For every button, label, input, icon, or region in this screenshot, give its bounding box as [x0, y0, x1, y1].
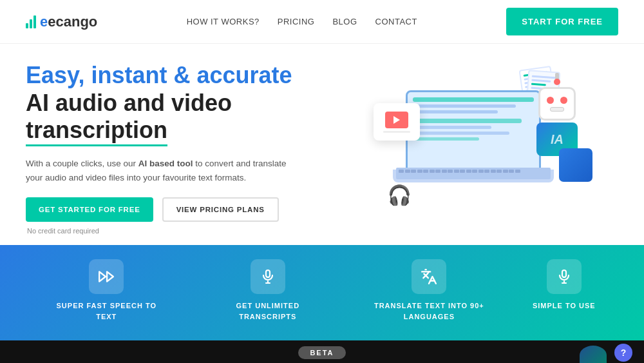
- simple-icon-box: [547, 259, 582, 294]
- translate-icon: [421, 268, 437, 285]
- microphone-icon: [260, 269, 276, 284]
- nav-contact[interactable]: CONTACT: [375, 17, 417, 26]
- feature-transcripts-label: GET UNLIMITED TRANSCRIPTS: [210, 300, 326, 322]
- feature-simple: SIMPLE TO USE: [533, 259, 596, 311]
- svg-marker-1: [99, 272, 106, 282]
- nav-blog[interactable]: BLOG: [332, 17, 357, 26]
- features-band: SUPER FAST SPEECH TO TEXT GET UNLIMITED …: [0, 245, 644, 340]
- translate-icon-box: [412, 259, 446, 294]
- nav-how-it-works[interactable]: HOW IT WORKS?: [187, 17, 260, 26]
- no-credit-card-text: No credit card required: [27, 227, 361, 235]
- beta-badge: BETA: [298, 346, 345, 359]
- feature-transcripts: GET UNLIMITED TRANSCRIPTS: [210, 259, 326, 322]
- nav-pricing[interactable]: PRICING: [278, 17, 315, 26]
- feature-translate-label: TRANSLATE TEXT INTO 90+ LANGUAGES: [371, 300, 487, 322]
- nav-links: HOW IT WORKS? PRICING BLOG CONTACT: [187, 17, 417, 26]
- hero-section: Easy, instant & accurate AI audio and vi…: [0, 44, 644, 245]
- feature-speech-to-text: SUPER FAST SPEECH TO TEXT: [48, 259, 164, 322]
- hero-left: Easy, instant & accurate AI audio and vi…: [26, 62, 361, 235]
- svg-rect-5: [562, 270, 566, 277]
- floating-card: [374, 103, 420, 141]
- help-button[interactable]: ?: [614, 344, 632, 362]
- headphones-icon: 🎧: [388, 184, 412, 206]
- hero-tagline: Easy, instant & accurate: [26, 62, 361, 88]
- view-pricing-button[interactable]: VIEW PRICING PLANS: [162, 197, 279, 222]
- logo[interactable]: eecango: [26, 14, 97, 30]
- svg-rect-2: [266, 270, 270, 277]
- start-free-button[interactable]: START FOR FREE: [506, 8, 618, 35]
- robot-illustration: IA: [528, 73, 586, 156]
- svg-marker-0: [107, 272, 113, 282]
- hero-title-underline: transcription: [26, 117, 167, 146]
- hero-description: With a couple clicks, use our AI based t…: [26, 157, 296, 184]
- feature-translate: TRANSLATE TEXT INTO 90+ LANGUAGES: [371, 259, 487, 322]
- hero-illustration: IA 🎧: [361, 64, 605, 232]
- logo-bars-icon: [26, 15, 36, 28]
- navbar: eecango HOW IT WORKS? PRICING BLOG CONTA…: [0, 0, 644, 44]
- fast-forward-icon: [98, 268, 115, 285]
- transcripts-icon-box: [251, 259, 285, 294]
- feature-simple-label: SIMPLE TO USE: [533, 300, 596, 311]
- logo-text: eecango: [40, 14, 97, 30]
- footer-bar: BETA ?: [0, 340, 644, 363]
- laptop-screen: [406, 90, 541, 171]
- hero-title: AI audio and video transcription: [26, 90, 361, 146]
- speech-to-text-icon-box: [89, 259, 124, 294]
- simple-mic-icon: [556, 269, 572, 284]
- laptop-keyboard: [396, 168, 551, 179]
- hero-buttons: GET STARTED FOR FREE VIEW PRICING PLANS: [26, 197, 361, 222]
- blue-cube: [559, 148, 592, 182]
- feature-speech-to-text-label: SUPER FAST SPEECH TO TEXT: [48, 300, 164, 322]
- get-started-button[interactable]: GET STARTED FOR FREE: [26, 197, 153, 222]
- blob-decoration: [580, 346, 607, 363]
